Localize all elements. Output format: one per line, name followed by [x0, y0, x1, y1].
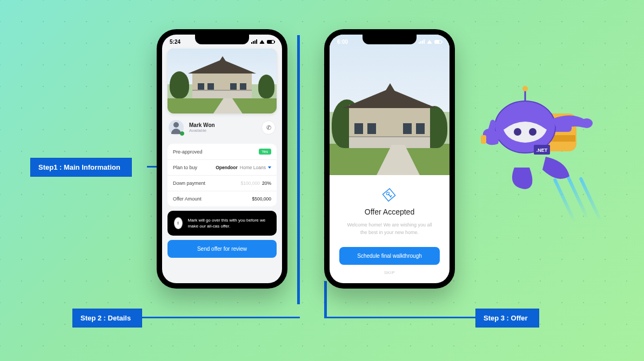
- status-icons: [419, 39, 442, 44]
- lightbulb-icon: ♀: [174, 217, 183, 229]
- schedule-walkthrough-button[interactable]: Schedule final walkthrough: [339, 247, 440, 265]
- status-icons: [251, 39, 274, 44]
- svg-text:.NET: .NET: [536, 148, 548, 153]
- details-card: Pre-approved Yes Plan to buy Opendoor Ho…: [167, 144, 277, 206]
- svg-rect-9: [481, 135, 486, 144]
- plan-suffix: Home Loans: [240, 165, 266, 170]
- call-button[interactable]: ✆: [261, 121, 276, 135]
- agent-status: Available: [189, 128, 215, 133]
- key-icon: ⚿: [380, 186, 399, 204]
- svg-point-6: [529, 128, 536, 136]
- connector-step2: [135, 317, 300, 318]
- svg-point-8: [522, 86, 528, 91]
- row-label: Offer Amount: [173, 196, 202, 202]
- preapproved-badge: Yes: [259, 149, 271, 155]
- row-label: Down payment: [173, 180, 205, 186]
- info-tip-card: ♀ Mark will go over this with you before…: [167, 211, 277, 236]
- connector-step3: [324, 317, 475, 318]
- svg-point-10: [581, 118, 593, 128]
- online-badge-icon: [179, 131, 185, 136]
- row-offer-amount[interactable]: Offer Amount $500,000: [167, 191, 277, 206]
- row-plan-to-buy[interactable]: Plan to buy Opendoor Home Loans: [167, 160, 277, 176]
- signal-icon: [251, 39, 257, 44]
- robot-mascot: .NET: [477, 81, 601, 200]
- svg-point-5: [514, 128, 521, 136]
- send-offer-button[interactable]: Send offer for review: [167, 240, 277, 258]
- down-percent: 20%: [262, 180, 271, 186]
- row-label: Plan to buy: [173, 165, 197, 170]
- offer-accepted-subtitle: Welcome home! We are wishing you all the…: [344, 222, 435, 236]
- chevron-down-icon: [268, 166, 271, 169]
- agent-name: Mark Won: [189, 122, 215, 128]
- battery-icon: [434, 40, 442, 44]
- row-down-payment[interactable]: Down payment $100,000 20%: [167, 176, 277, 191]
- status-time: 5:24: [170, 39, 180, 45]
- signal-icon: [419, 39, 425, 44]
- plan-brand: Opendoor: [216, 165, 238, 170]
- wifi-icon: [259, 40, 265, 44]
- skip-link[interactable]: SKIP: [384, 270, 395, 275]
- status-bar: 6:00: [330, 35, 450, 49]
- phone-main-information: 5:24 Mark Won Available ✆: [157, 29, 287, 289]
- offer-accepted-title: Offer Accepted: [365, 208, 414, 216]
- battery-icon: [267, 40, 274, 44]
- down-placeholder: $100,000: [241, 180, 260, 186]
- tip-text: Mark will go over this with you before w…: [188, 217, 270, 229]
- status-bar: 5:24: [162, 35, 282, 49]
- step1-label: Step1 : Main Information: [30, 158, 132, 177]
- agent-profile-row: Mark Won Available ✆: [167, 118, 277, 139]
- status-time: 6:00: [337, 39, 348, 45]
- wifi-icon: [427, 40, 432, 44]
- property-photo[interactable]: [167, 49, 277, 113]
- avatar[interactable]: [169, 120, 184, 135]
- row-preapproved[interactable]: Pre-approved Yes: [167, 144, 277, 160]
- phone-icon: ✆: [266, 124, 271, 131]
- offer-amount-value: $500,000: [252, 196, 271, 202]
- row-label: Pre-approved: [173, 149, 203, 155]
- connector-vertical-right: [324, 281, 327, 318]
- step3-label: Step 3 : Offer: [475, 309, 539, 327]
- connector-vertical: [297, 35, 300, 304]
- hero-photo: 6:00: [330, 35, 450, 175]
- phone-offer: 6:00 ⚿ Offer Accepted Welcome home! We a…: [324, 29, 455, 289]
- step2-label: Step 2 : Details: [72, 309, 142, 327]
